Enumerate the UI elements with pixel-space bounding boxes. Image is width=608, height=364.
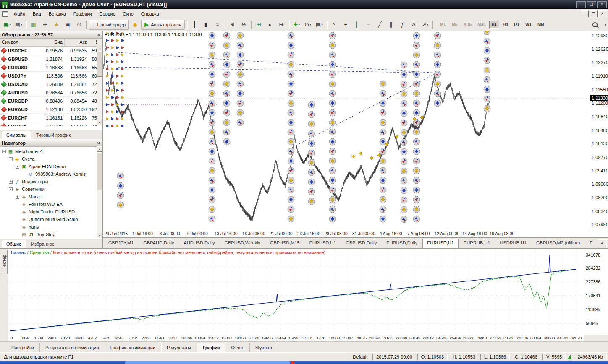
strategy-tester-button[interactable]: ⊙ <box>74 20 84 30</box>
tree-item-accounts[interactable]: -◉Счета <box>0 155 102 163</box>
chart-close-button[interactable]: × <box>598 10 606 17</box>
fibonacci-button[interactable]: ƒ <box>397 20 408 30</box>
timeframe-w1-button[interactable]: W1 <box>523 21 534 29</box>
title-bar[interactable]: 9985863: Alpari-ECN-Demo - Демо Счет - [… <box>0 0 608 9</box>
timeframe-mn-button[interactable]: MN <box>535 21 547 29</box>
text-tool-button[interactable]: A <box>409 20 419 30</box>
chart-tab-7[interactable]: EURUSD,Daily <box>382 239 422 248</box>
chart-tab-0[interactable]: GBPJPY,M1 <box>104 239 138 248</box>
tree-expander-icon[interactable]: - <box>2 150 6 153</box>
price-chart[interactable]: EURUSD,H1 1.11330 1.11330 1.11330 1.1133… <box>103 31 590 230</box>
timeframe-h1-button[interactable]: H1 <box>489 21 500 29</box>
scroll-down-icon[interactable]: ▼ <box>97 233 102 238</box>
new-chart-button[interactable]: ▦▾ <box>2 20 13 30</box>
timeframe-d1-button[interactable]: D1 <box>511 21 522 29</box>
tile-windows-button[interactable]: ⊞ <box>254 20 264 30</box>
symbol-row-usdcad[interactable]: USDCAD1.268091.2688172 <box>0 80 102 88</box>
tester-tab-1[interactable]: Результаты оптимизации <box>40 343 105 352</box>
tree-item-01-buy-stop[interactable]: ▤01_Buy-Stop <box>0 231 102 238</box>
price-scale[interactable]: 1.129801.126201.122701.119101.115501.112… <box>590 31 608 230</box>
menu-item-0[interactable]: Файл <box>10 10 29 18</box>
symbol-row-audusd[interactable]: AUDUSD0.765840.7665672 <box>0 88 102 97</box>
scroll-up-icon[interactable]: ▲ <box>97 46 102 51</box>
tree-item-indicators[interactable]: +ƒИндикаторы <box>0 178 102 185</box>
chart-restore-button[interactable]: ❐ <box>590 10 598 17</box>
tree-item-quadro-multi-grid-scalp[interactable]: ◈Quadro Multi Grid Scalp <box>0 216 102 223</box>
symbol-row-eurusd[interactable]: EURUSD1.166331.1668855 <box>0 63 102 72</box>
tester-tab-4[interactable]: График <box>197 343 226 353</box>
tree-item-metatrader-4[interactable]: -▦MetaTrader 4 <box>0 148 102 155</box>
metaeditor-button[interactable]: ◆ <box>130 20 140 30</box>
symbol-row-eurgbp[interactable]: EURGBP0.884060.8845448 <box>0 97 102 105</box>
tree-expander-icon[interactable]: + <box>16 195 19 199</box>
chart-shift-button[interactable]: ↦ <box>276 20 287 30</box>
chart-tab-8[interactable]: EURUSD,H1 <box>422 239 459 248</box>
add-indicator-button[interactable]: ✚▾ <box>291 20 302 30</box>
chart-tab-10[interactable]: USDRUB,H1 <box>495 239 531 248</box>
menu-item-3[interactable]: Графики <box>70 10 96 18</box>
tab-scroll-right-icon[interactable]: ► <box>606 239 608 247</box>
tree-expander-icon[interactable]: + <box>9 180 13 184</box>
equidistant-channel-button[interactable]: ∥ <box>386 20 396 30</box>
tree-item-expert-advisors[interactable]: -◈Советники <box>0 185 102 193</box>
tree-item-account-9985863[interactable]: ☺9985863: Andrew Kornis <box>0 170 102 178</box>
timeframe-m1-button[interactable]: M1 <box>438 21 448 29</box>
market-watch-close-icon[interactable]: × <box>97 32 101 37</box>
tree-item-night-trader-eurusd[interactable]: ◈Night Trader EURUSD <box>0 208 102 216</box>
tester-tab-3[interactable]: Результаты <box>161 343 197 352</box>
arrows-tool-button[interactable]: ↗▾ <box>420 20 430 30</box>
tree-item-market[interactable]: +◈Market <box>0 193 102 200</box>
menu-item-2[interactable]: Вставка <box>45 10 70 18</box>
navigator-tab-избранное[interactable]: Избранное <box>26 240 59 248</box>
tree-item-yans[interactable]: ◈Yans <box>0 223 102 231</box>
scroll-thumb[interactable] <box>97 52 102 77</box>
minimize-button[interactable]: — <box>576 1 586 8</box>
chart-bars-button[interactable]: ┃ <box>189 20 200 30</box>
chart-line-button[interactable]: ≈ <box>212 20 223 30</box>
time-scale[interactable]: 29 Jun 20151 Jul 16:006 Jul 08:009 Jul 0… <box>103 230 608 238</box>
data-window-button[interactable]: ✛ <box>40 20 50 30</box>
auto-trading-button[interactable]: ▶Авто-торговля <box>141 20 185 30</box>
chart-minimize-button[interactable]: — <box>581 10 589 17</box>
horizontal-line-button[interactable]: ─ <box>363 20 374 30</box>
chart-tab-1[interactable]: GBPAUD,Daily <box>139 239 178 248</box>
chart-tab-12[interactable]: Е <box>585 239 597 248</box>
zoom-in-button[interactable]: ⊕ <box>227 20 238 30</box>
symbol-row-usdjpy[interactable]: USDJPY113.506113.56660 <box>0 72 102 80</box>
timeframe-m30-button[interactable]: M30 <box>475 21 488 29</box>
new-order-button[interactable]: ↕Новый ордер <box>89 20 129 30</box>
tester-tab-0[interactable]: Настройки <box>6 343 40 352</box>
menu-item-5[interactable]: Окно <box>119 10 137 18</box>
search-button[interactable] <box>590 20 600 30</box>
market-watch-tab-символы[interactable]: Символы <box>2 131 31 139</box>
profiles-button[interactable]: ▤▾ <box>13 20 24 30</box>
crosshair-button[interactable]: + <box>341 20 351 30</box>
tester-tab-6[interactable]: Журнал <box>250 343 278 352</box>
navigator-close-icon[interactable]: × <box>97 140 101 146</box>
scroll-thumb[interactable] <box>97 152 102 190</box>
market-watch-button[interactable]: ▥ <box>29 20 39 30</box>
scroll-up-icon[interactable]: ▲ <box>97 146 102 152</box>
tree-item-foxtrottwo-ea[interactable]: ◈FoxTrotTWO EA <box>0 200 102 208</box>
chart-candles-button[interactable]: ▮ <box>201 20 211 30</box>
navigator-button[interactable]: ★ <box>51 20 62 30</box>
templates-button[interactable]: ▤▾ <box>314 20 325 30</box>
chart-tab-5[interactable]: EURUSD,H1 <box>305 239 341 248</box>
symbol-row-eurjpy[interactable]: EURJPY132.388132.46274 <box>0 122 102 126</box>
tester-tab-5[interactable]: Отчет <box>225 343 249 352</box>
tree-expander-icon[interactable]: - <box>9 187 13 191</box>
symbol-row-gbpusd[interactable]: GBPUSD1.318741.3192450 <box>0 55 102 63</box>
cursor-button[interactable]: ↖ <box>329 20 340 30</box>
tab-scroll-left-icon[interactable]: ◄ <box>598 239 605 247</box>
timeframe-m15-button[interactable]: M15 <box>461 21 474 29</box>
symbol-row-eurchf[interactable]: EURCHF1.161511.1622675 <box>0 114 102 122</box>
chart-tab-4[interactable]: GBPUSD,M15 <box>265 239 304 248</box>
tree-expander-icon[interactable]: - <box>16 165 19 169</box>
vertical-line-button[interactable]: │ <box>352 20 362 30</box>
trendline-button[interactable]: ╱ <box>375 20 385 30</box>
tree-item-alpari-ecn-demo[interactable]: -▣Alpari-ECN-Demo <box>0 163 102 170</box>
chart-tab-11[interactable]: GBPUSD,M2 (offline) <box>532 239 584 248</box>
market-watch-scrollbar[interactable]: ▲ ▼ <box>97 46 102 125</box>
chart-tab-3[interactable]: GBPUSD,Weekly <box>220 239 265 248</box>
timeframe-m5-button[interactable]: M5 <box>449 21 460 29</box>
